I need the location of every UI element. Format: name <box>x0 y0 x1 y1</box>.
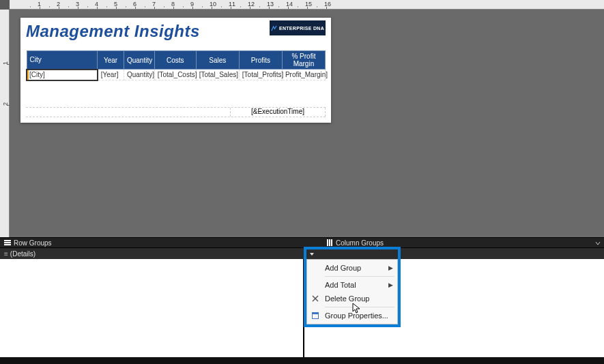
svg-rect-3 <box>327 239 328 246</box>
logo-text: ENTERPRISE DNA <box>279 26 324 31</box>
header-row[interactable]: City Year Quantity Costs Sales Profits %… <box>27 51 326 70</box>
cell-sales[interactable]: [Total_Sales] <box>196 70 239 80</box>
menu-add-total[interactable]: Add Total ▶ <box>307 278 397 292</box>
column-groups-label: Column Groups <box>322 239 388 247</box>
design-canvas[interactable]: Management Insights ENTERPRISE DNA City … <box>10 10 604 237</box>
menu-separator <box>325 307 394 307</box>
svg-rect-0 <box>4 240 11 241</box>
cell-quantity[interactable]: Quantity] <box>124 70 154 80</box>
detail-row[interactable]: [City] [Year] Quantity] [Total_Costs] [T… <box>27 70 326 80</box>
page-footer[interactable]: [&ExecutionTime] <box>26 107 326 117</box>
svg-rect-4 <box>329 239 330 246</box>
menu-separator <box>325 276 394 277</box>
submenu-arrow-icon: ▶ <box>388 282 393 288</box>
context-menu-highlight: Add Group ▶ Add Total ▶ Delete Group Gro… <box>304 247 401 327</box>
context-menu: Add Group ▶ Add Total ▶ Delete Group Gro… <box>306 259 398 324</box>
menu-delete-group[interactable]: Delete Group <box>307 292 397 305</box>
cell-profits[interactable]: [Total_Profits] <box>239 70 282 80</box>
report-page[interactable]: Management Insights ENTERPRISE DNA City … <box>20 18 331 123</box>
svg-rect-5 <box>331 239 332 246</box>
delete-icon <box>310 293 321 304</box>
svg-rect-9 <box>313 313 319 315</box>
menu-group-properties[interactable]: Group Properties... <box>307 309 397 322</box>
row-groups-icon <box>4 239 11 246</box>
col-profits[interactable]: Profits <box>239 51 282 70</box>
cell-costs[interactable]: [Total_Costs] <box>154 70 196 80</box>
column-groups-dropdown[interactable] <box>306 249 398 259</box>
col-year[interactable]: Year <box>98 51 124 70</box>
col-city[interactable]: City <box>27 51 98 70</box>
row-groups-pane[interactable]: ≡ (Details) <box>0 248 604 259</box>
groups-panel-chevron-icon[interactable] <box>594 240 601 247</box>
execution-time-placeholder[interactable]: [&ExecutionTime] <box>230 108 326 117</box>
properties-icon <box>310 310 321 321</box>
submenu-arrow-icon: ▶ <box>388 264 393 271</box>
svg-rect-1 <box>4 242 11 243</box>
logo-badge: ENTERPRISE DNA <box>270 20 326 35</box>
cell-city[interactable]: [City] <box>27 70 98 80</box>
cell-margin[interactable]: Profit_Margin] <box>282 70 325 80</box>
groups-body <box>0 259 604 357</box>
col-costs[interactable]: Costs <box>154 51 196 70</box>
tablix[interactable]: City Year Quantity Costs Sales Profits %… <box>26 50 326 81</box>
horizontal-ruler: 12345678910111213141516 <box>10 0 604 10</box>
row-groups-label: Row Groups <box>0 239 56 247</box>
details-group-item[interactable]: (Details) <box>10 250 35 258</box>
status-strip <box>0 357 604 364</box>
details-group-glyph-icon: ≡ <box>4 250 8 258</box>
column-groups-icon <box>326 239 333 246</box>
menu-add-group[interactable]: Add Group ▶ <box>307 261 397 275</box>
col-margin[interactable]: % Profit Margin <box>282 51 325 70</box>
groups-panel-header: Row Groups Column Groups <box>0 237 604 248</box>
vertical-ruler: 12 <box>0 10 10 237</box>
col-quantity[interactable]: Quantity <box>124 51 154 70</box>
col-sales[interactable]: Sales <box>196 51 239 70</box>
svg-rect-2 <box>4 244 11 245</box>
cell-year[interactable]: [Year] <box>98 70 124 80</box>
